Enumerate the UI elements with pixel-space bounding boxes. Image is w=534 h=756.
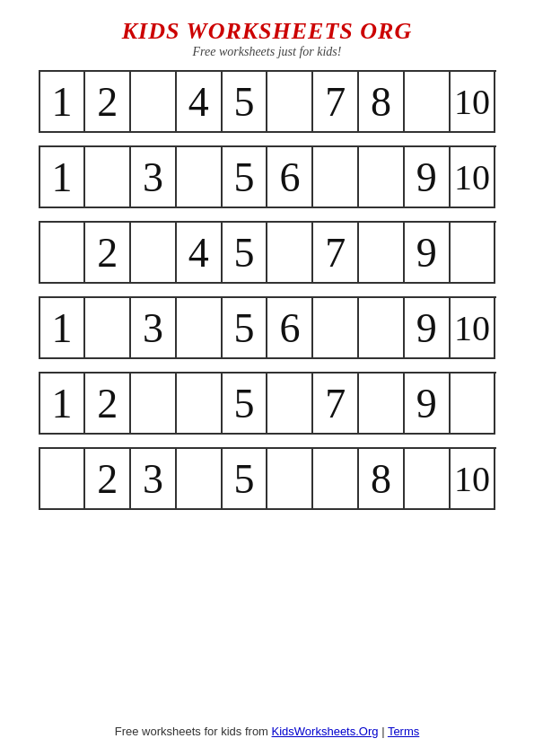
cell-r2-c4: 5 [223, 223, 268, 284]
number-grid-1: 12345678910 [39, 145, 496, 208]
cell-r3-c4: 5 [223, 298, 268, 359]
cell-r2-c8: 9 [405, 223, 451, 284]
grid-row-0: 12345678910 [39, 70, 496, 133]
cell-r5-c7: 8 [359, 449, 405, 510]
site-title: KIDS WORKSHEETS ORG [122, 18, 412, 45]
number-grid-0: 12345678910 [39, 70, 496, 133]
cell-r2-c6: 7 [313, 223, 359, 284]
cell-r1-c3: 4 [177, 147, 223, 208]
footer-text: Free worksheets for kids from [115, 725, 272, 738]
cell-r0-c2: 3 [131, 72, 177, 133]
cell-r0-c7: 8 [359, 72, 405, 133]
cell-r0-c5: 6 [267, 72, 313, 133]
cell-r2-c7: 8 [359, 223, 405, 284]
cell-r4-c7: 8 [359, 374, 405, 435]
cell-r2-c0: 1 [40, 223, 86, 284]
cell-r1-c8: 9 [405, 147, 451, 208]
number-grid-3: 12345678910 [39, 296, 496, 359]
cell-r5-c1: 2 [85, 449, 131, 510]
cell-r5-c2: 3 [131, 449, 177, 510]
terms-link[interactable]: Terms [388, 725, 419, 738]
number-grid-2: 12345678910 [39, 221, 496, 284]
cell-r1-c6: 7 [313, 147, 359, 208]
cell-r0-c1: 2 [85, 72, 131, 133]
cell-r3-c2: 3 [131, 298, 177, 359]
cell-r5-c0: 1 [40, 449, 86, 510]
cell-r4-c9: 10 [451, 374, 496, 435]
grid-row-5: 12345678910 [39, 447, 496, 510]
cell-r1-c4: 5 [223, 147, 268, 208]
cell-r3-c1: 2 [85, 298, 131, 359]
cell-r3-c3: 4 [177, 298, 223, 359]
cell-r0-c0: 1 [40, 72, 86, 133]
page: KIDS WORKSHEETS ORG Free worksheets just… [0, 0, 534, 756]
cell-r0-c6: 7 [313, 72, 359, 133]
footer-link[interactable]: KidsWorksheets.Org [272, 725, 379, 738]
footer-separator: | [379, 725, 388, 738]
header: KIDS WORKSHEETS ORG Free worksheets just… [122, 18, 412, 59]
cell-r4-c6: 7 [313, 374, 359, 435]
cell-r5-c8: 9 [405, 449, 451, 510]
cell-r0-c9: 10 [451, 72, 496, 133]
cell-r3-c6: 7 [313, 298, 359, 359]
cell-r4-c5: 6 [267, 374, 313, 435]
cell-r4-c2: 3 [131, 374, 177, 435]
site-subtitle: Free worksheets just for kids! [122, 45, 412, 59]
cell-r4-c0: 1 [40, 374, 86, 435]
footer: Free worksheets for kids from KidsWorksh… [115, 725, 420, 738]
cell-r2-c5: 6 [267, 223, 313, 284]
cell-r4-c1: 2 [85, 374, 131, 435]
cell-r3-c5: 6 [267, 298, 313, 359]
cell-r1-c2: 3 [131, 147, 177, 208]
cell-r3-c8: 9 [405, 298, 451, 359]
cell-r2-c2: 3 [131, 223, 177, 284]
cell-r1-c0: 1 [40, 147, 86, 208]
cell-r4-c3: 4 [177, 374, 223, 435]
cell-r4-c8: 9 [405, 374, 451, 435]
grid-row-3: 12345678910 [39, 296, 496, 359]
cell-r5-c3: 4 [177, 449, 223, 510]
cell-r0-c4: 5 [223, 72, 268, 133]
grid-row-2: 12345678910 [39, 221, 496, 284]
grid-row-4: 12345678910 [39, 372, 496, 435]
cell-r0-c8: 9 [405, 72, 451, 133]
number-grid-4: 12345678910 [39, 372, 496, 435]
number-grid-5: 12345678910 [39, 447, 496, 510]
cell-r1-c5: 6 [267, 147, 313, 208]
cell-r5-c5: 6 [267, 449, 313, 510]
cell-r0-c3: 4 [177, 72, 223, 133]
cell-r5-c4: 5 [223, 449, 268, 510]
cell-r1-c7: 8 [359, 147, 405, 208]
grid-row-1: 12345678910 [39, 145, 496, 208]
cell-r1-c1: 2 [85, 147, 131, 208]
grids-container: 1234567891012345678910123456789101234567… [39, 70, 496, 523]
cell-r2-c3: 4 [177, 223, 223, 284]
cell-r5-c6: 7 [313, 449, 359, 510]
cell-r3-c9: 10 [451, 298, 496, 359]
cell-r4-c4: 5 [223, 374, 268, 435]
cell-r3-c7: 8 [359, 298, 405, 359]
cell-r3-c0: 1 [40, 298, 86, 359]
cell-r2-c9: 10 [451, 223, 496, 284]
cell-r2-c1: 2 [85, 223, 131, 284]
cell-r1-c9: 10 [451, 147, 496, 208]
cell-r5-c9: 10 [451, 449, 496, 510]
